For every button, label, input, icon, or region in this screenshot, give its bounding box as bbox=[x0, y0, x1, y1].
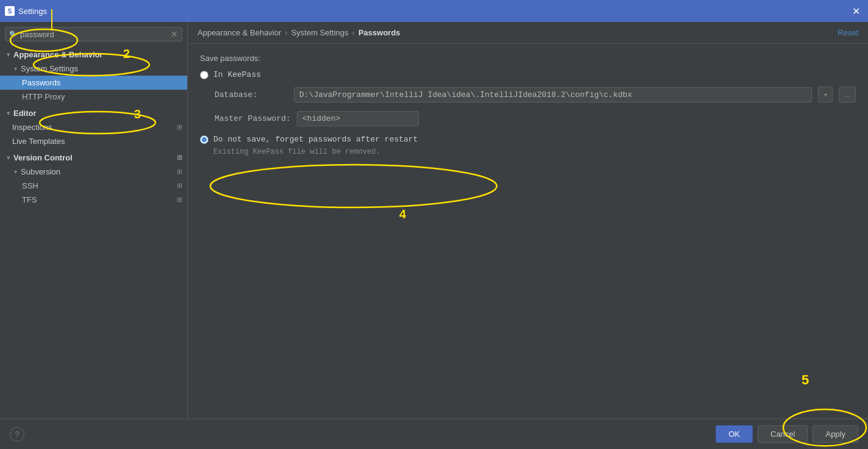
breadcrumb-passwords: Passwords bbox=[358, 28, 400, 37]
sidebar-item-subversion[interactable]: Subversion ⊞ bbox=[0, 165, 187, 179]
radio-donotsave-label: Do not save, forget passwords after rest… bbox=[213, 135, 418, 144]
sidebar-item-version-control-label: Version Control bbox=[13, 153, 73, 162]
note-text: Existing KeePass file will be removed. bbox=[200, 148, 856, 156]
radio-do-not-save-row: Do not save, forget passwords after rest… bbox=[200, 135, 856, 144]
ssh-icon: ⊞ bbox=[177, 182, 182, 190]
radio-do-not-save[interactable]: Do not save, forget passwords after rest… bbox=[200, 135, 418, 144]
database-input[interactable] bbox=[294, 87, 812, 102]
cancel-button[interactable]: Cancel bbox=[758, 425, 808, 443]
save-passwords-label: Save passwords: bbox=[200, 54, 856, 63]
breadcrumb-system-settings: System Settings bbox=[291, 28, 349, 37]
master-password-input[interactable] bbox=[297, 111, 419, 126]
reset-button[interactable]: Reset bbox=[838, 28, 858, 37]
sidebar-item-subversion-label: Subversion bbox=[21, 167, 60, 176]
inspections-icon: ⊞ bbox=[177, 123, 182, 131]
bottom-bar: ? OK Cancel Apply bbox=[0, 418, 868, 449]
sidebar-item-editor[interactable]: Editor bbox=[0, 106, 187, 120]
main-layout: 🔍 ✕ Appearance & Behavior System Setting… bbox=[0, 22, 868, 418]
settings-content: Save passwords: In KeePass Database: ▾ .… bbox=[188, 44, 868, 418]
bottom-left: ? bbox=[10, 427, 24, 442]
sidebar-item-live-templates[interactable]: Live Templates bbox=[0, 134, 187, 148]
search-bar: 🔍 ✕ bbox=[0, 22, 187, 46]
apply-button[interactable]: Apply bbox=[813, 425, 858, 443]
sidebar-item-live-templates-label: Live Templates bbox=[12, 137, 65, 146]
breadcrumb-sep-2: › bbox=[352, 28, 355, 37]
breadcrumb-appearance: Appearance & Behavior bbox=[197, 28, 281, 37]
database-label: Database: bbox=[215, 90, 288, 99]
master-password-field-row: Master Password: bbox=[200, 111, 856, 126]
database-browse-button[interactable]: ... bbox=[839, 87, 856, 102]
search-input[interactable] bbox=[20, 30, 168, 39]
database-field-row: Database: ▾ ... bbox=[200, 87, 856, 102]
database-dropdown-button[interactable]: ▾ bbox=[818, 87, 833, 102]
title-bar: S Settings ✕ bbox=[0, 0, 868, 22]
sidebar-item-version-control[interactable]: Version Control ⊞ bbox=[0, 151, 187, 165]
radio-in-keepass[interactable]: In KeePass bbox=[200, 70, 856, 79]
sidebar-item-inspections[interactable]: Inspections ⊞ bbox=[0, 120, 187, 134]
search-clear-button[interactable]: ✕ bbox=[171, 29, 178, 39]
tfs-icon: ⊞ bbox=[177, 196, 182, 204]
search-wrapper: 🔍 ✕ bbox=[5, 27, 182, 41]
sidebar-item-ssh-label: SSH bbox=[22, 181, 38, 190]
expand-icon-version-control bbox=[5, 155, 11, 161]
radio-keepass-label: In KeePass bbox=[213, 70, 261, 79]
sidebar-item-http-proxy[interactable]: HTTP Proxy bbox=[0, 90, 187, 104]
title-text: Settings bbox=[18, 7, 47, 16]
sidebar: 🔍 ✕ Appearance & Behavior System Setting… bbox=[0, 22, 188, 418]
sidebar-item-appearance-label: Appearance & Behavior bbox=[13, 50, 103, 59]
expand-icon-appearance bbox=[5, 52, 11, 58]
sidebar-item-system-settings[interactable]: System Settings bbox=[0, 62, 187, 76]
sidebar-item-system-settings-label: System Settings bbox=[21, 64, 78, 73]
sidebar-item-appearance[interactable]: Appearance & Behavior bbox=[0, 48, 187, 62]
breadcrumb-path: Appearance & Behavior › System Settings … bbox=[197, 28, 400, 37]
ok-button[interactable]: OK bbox=[716, 425, 753, 443]
tree-section-appearance: Appearance & Behavior System Settings Pa… bbox=[0, 46, 187, 105]
sidebar-item-passwords[interactable]: Passwords bbox=[0, 76, 187, 90]
expand-icon-editor bbox=[5, 110, 11, 117]
radio-donotsave-input[interactable] bbox=[200, 135, 208, 144]
expand-icon-system-settings bbox=[12, 66, 18, 72]
app-icon: S bbox=[5, 6, 15, 16]
tree-section-version-control: Version Control ⊞ Subversion ⊞ SSH ⊞ TFS… bbox=[0, 149, 187, 208]
content-area: Appearance & Behavior › System Settings … bbox=[188, 22, 868, 418]
sidebar-item-editor-label: Editor bbox=[13, 109, 37, 118]
sidebar-item-tfs-label: TFS bbox=[22, 195, 37, 204]
radio-keepass-input[interactable] bbox=[200, 71, 208, 79]
sidebar-item-inspections-label: Inspections bbox=[12, 123, 52, 132]
sidebar-item-passwords-label: Passwords bbox=[22, 78, 61, 87]
title-bar-left: S Settings bbox=[5, 6, 47, 16]
breadcrumb-sep-1: › bbox=[285, 28, 287, 37]
close-button[interactable]: ✕ bbox=[848, 4, 863, 18]
sidebar-item-http-proxy-label: HTTP Proxy bbox=[22, 92, 65, 101]
sidebar-item-ssh[interactable]: SSH ⊞ bbox=[0, 179, 187, 193]
search-icon: 🔍 bbox=[9, 30, 18, 38]
expand-icon-subversion bbox=[12, 169, 18, 175]
version-control-icon: ⊞ bbox=[177, 154, 182, 162]
bottom-right: OK Cancel Apply bbox=[716, 425, 858, 443]
subversion-icon: ⊞ bbox=[177, 168, 182, 176]
sidebar-item-tfs[interactable]: TFS ⊞ bbox=[0, 193, 187, 207]
master-password-label: Master Password: bbox=[215, 114, 291, 123]
help-button[interactable]: ? bbox=[10, 427, 24, 442]
tree-section-editor: Editor Inspections ⊞ Live Templates bbox=[0, 105, 187, 149]
breadcrumb: Appearance & Behavior › System Settings … bbox=[188, 22, 868, 44]
